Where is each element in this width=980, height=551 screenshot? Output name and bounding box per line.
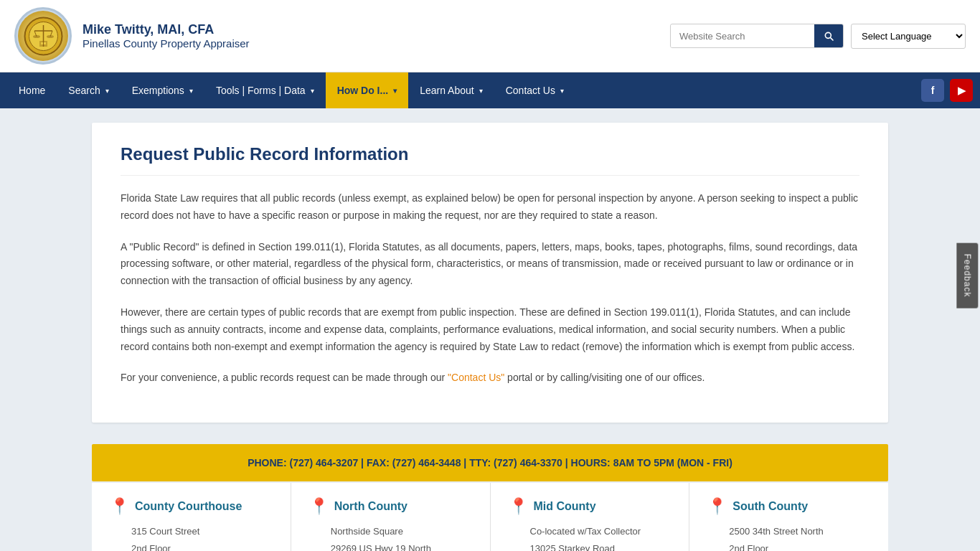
site-header: Mike Twitty, MAI, CFA Pinellas County Pr… — [0, 0, 980, 72]
address-line: Co-located w/Tax Collector — [530, 523, 672, 540]
info-bar: PHONE: (727) 464-3207 | FAX: (727) 464-3… — [92, 444, 888, 481]
logo-inner — [18, 11, 68, 61]
main-nav: Home Search ▾ Exemptions ▾ Tools | Forms… — [0, 72, 980, 108]
svg-point-7 — [47, 35, 54, 38]
nav-item-home[interactable]: Home — [7, 72, 57, 108]
header-right: Select Language — [670, 24, 966, 49]
office-header: 📍 South County — [707, 497, 870, 516]
location-icon: 📍 — [309, 497, 329, 516]
office-name: Mid County — [534, 500, 596, 513]
office-north-county: 📍 North County Northside Square 29269 US… — [291, 483, 491, 551]
paragraph-2: A "Public Record" is defined in Section … — [121, 239, 859, 290]
office-name: South County — [732, 500, 808, 513]
org-name-title: Mike Twitty, MAI, CFA — [83, 22, 250, 37]
offices-section: 📍 County Courthouse 315 Court Street 2nd… — [92, 483, 888, 551]
paragraph-1: Florida State Law requires that all publ… — [121, 190, 859, 225]
address-line: Northside Square — [331, 523, 472, 540]
search-icon — [823, 30, 834, 42]
caret-icon: ▾ — [189, 87, 193, 95]
contact-us-link[interactable]: "Contact Us" — [448, 372, 504, 383]
youtube-button[interactable]: ▶ — [950, 79, 973, 102]
header-left: Mike Twitty, MAI, CFA Pinellas County Pr… — [14, 7, 250, 65]
office-name: North County — [334, 500, 407, 513]
search-input[interactable] — [671, 25, 814, 47]
office-header: 📍 North County — [309, 497, 472, 516]
nav-item-tools[interactable]: Tools | Forms | Data ▾ — [204, 72, 326, 108]
location-icon: 📍 — [707, 497, 727, 516]
nav-item-learn-about[interactable]: Learn About ▾ — [408, 72, 494, 108]
feedback-tab[interactable]: Feedback — [957, 243, 979, 309]
office-mid-county: 📍 Mid County Co-located w/Tax Collector … — [491, 483, 690, 551]
office-south-county: 📍 South County 2500 34th Street North 2n… — [689, 483, 888, 551]
office-address: 2500 34th Street North 2nd Floor St. Pet… — [707, 523, 870, 551]
office-name: County Courthouse — [135, 500, 242, 513]
language-select[interactable]: Select Language — [851, 24, 966, 49]
org-logo — [14, 7, 72, 65]
address-line: 2nd Floor — [729, 540, 870, 551]
main-content: Request Public Record Information Florid… — [81, 123, 899, 551]
office-header: 📍 Mid County — [509, 497, 672, 516]
address-line: 13025 Starkey Road — [530, 540, 672, 551]
address-line: 2500 34th Street North — [729, 523, 870, 540]
caret-icon: ▾ — [479, 87, 483, 95]
paragraph-3: However, there are certain types of publ… — [121, 304, 859, 355]
search-box — [670, 24, 844, 48]
caret-icon: ▾ — [560, 87, 564, 95]
org-name-block: Mike Twitty, MAI, CFA Pinellas County Pr… — [83, 22, 250, 50]
office-address: 315 Court Street 2nd Floor Clearwater, F… — [110, 523, 273, 551]
caret-icon: ▾ — [311, 87, 314, 95]
caret-icon: ▾ — [105, 87, 109, 95]
office-address: Northside Square 29269 US Hwy 19 North C… — [309, 523, 472, 551]
address-line: 29269 US Hwy 19 North — [331, 540, 472, 551]
facebook-button[interactable]: f — [921, 79, 944, 102]
svg-rect-8 — [39, 41, 47, 47]
location-icon: 📍 — [110, 497, 129, 516]
office-county-courthouse: 📍 County Courthouse 315 Court Street 2nd… — [92, 483, 291, 551]
address-line: 315 Court Street — [131, 523, 273, 540]
para4-suffix: portal or by calling/visiting one of our… — [504, 372, 705, 383]
para4-prefix: For your convenience, a public records r… — [121, 372, 448, 383]
svg-rect-9 — [41, 42, 43, 44]
svg-point-6 — [33, 35, 40, 38]
svg-rect-10 — [44, 42, 46, 44]
nav-item-search[interactable]: Search ▾ — [57, 72, 120, 108]
nav-item-exemptions[interactable]: Exemptions ▾ — [121, 72, 204, 108]
office-header: 📍 County Courthouse — [110, 497, 273, 516]
office-address: Co-located w/Tax Collector 13025 Starkey… — [509, 523, 672, 551]
address-line: 2nd Floor — [131, 540, 273, 551]
nav-item-how-do-i[interactable]: How Do I... ▾ — [326, 72, 409, 108]
page-title: Request Public Record Information — [121, 144, 859, 176]
nav-social: f ▶ — [921, 72, 973, 108]
nav-item-contact-us[interactable]: Contact Us ▾ — [494, 72, 575, 108]
location-icon: 📍 — [509, 497, 528, 516]
content-box: Request Public Record Information Florid… — [92, 123, 888, 423]
paragraph-4: For your convenience, a public records r… — [121, 369, 859, 387]
caret-icon: ▾ — [393, 87, 397, 95]
org-name-subtitle: Pinellas County Property Appraiser — [83, 37, 250, 50]
search-button[interactable] — [814, 24, 843, 47]
